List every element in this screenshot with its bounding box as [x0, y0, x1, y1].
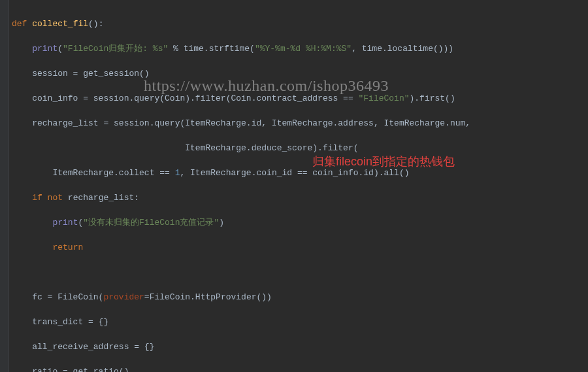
editor-gutter	[0, 0, 9, 372]
code-line: print("FileCoin归集开始: %s" % time.strftime…	[12, 42, 588, 55]
code-line: all_receive_address = {}	[12, 341, 588, 353]
code-line: ItemRecharge.collect == 1, ItemRecharge.…	[12, 167, 588, 179]
code-line: coin_info = session.query(Coin).filter(C…	[12, 92, 588, 105]
code-line: ItemRecharge.deduce_score).filter(	[12, 142, 588, 154]
code-line: return	[12, 241, 588, 254]
code-line: fc = FileCoin(provider=FileCoin.HttpProv…	[12, 291, 588, 303]
code-line: trans_dict = {}	[12, 316, 588, 328]
code-line: recharge_list = session.query(ItemRechar…	[12, 117, 588, 129]
code-line: ratio = get_ratio()	[12, 365, 588, 372]
code-editor[interactable]: def collect_fil(): print("FileCoin归集开始: …	[0, 0, 588, 372]
code-line: print("没有未归集的FileCoin充值记录")	[12, 216, 588, 229]
code-line: if not recharge_list:	[12, 192, 588, 204]
code-line: session = get_session()	[12, 67, 588, 80]
code-line	[12, 266, 588, 279]
code-line: def collect_fil():	[12, 18, 588, 30]
